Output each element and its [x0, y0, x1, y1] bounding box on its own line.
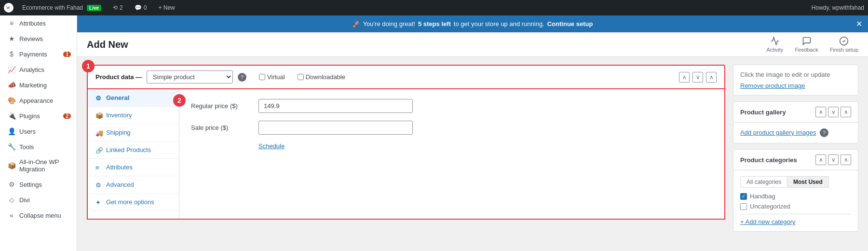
gallery-toggle-button[interactable]: ∧ [841, 107, 851, 117]
product-type-select[interactable]: Simple product Variable product Grouped … [147, 70, 233, 84]
uncategorized-checkbox[interactable] [740, 203, 747, 210]
marketing-icon: 📣 [8, 81, 15, 89]
sub-nav-shipping[interactable]: 🚚 Shipping [88, 124, 179, 141]
activity-icon [770, 36, 780, 46]
downloadable-checkbox[interactable] [298, 74, 304, 80]
right-sidebar: Click the image to edit or update Remove… [733, 65, 858, 237]
toggle-button[interactable]: ∧ [706, 72, 717, 83]
comments-button[interactable]: 💬 0 [132, 0, 150, 15]
revisions-button[interactable]: ⟲ 2 [110, 0, 126, 15]
sub-nav-general[interactable]: ⚙ General [88, 89, 179, 107]
sidebar-item-reviews[interactable]: ★ Reviews [0, 31, 77, 46]
live-badge: Live [87, 5, 101, 11]
product-image-panel: Click the image to edit or update Remove… [733, 65, 858, 96]
product-gallery-body: Add product gallery images ? [733, 123, 858, 143]
product-data-header: 1 Product data — Simple product Variable… [87, 65, 725, 89]
sub-nav-get-more[interactable]: ✦ Get more options [88, 194, 179, 211]
step-badge-1: 1 [82, 60, 95, 72]
virtual-checkbox-label[interactable]: Virtual [259, 73, 285, 81]
collapse-up-button[interactable]: ∧ [679, 72, 690, 83]
inventory-icon: 📦 [95, 112, 102, 119]
remove-product-image-link[interactable]: Remove product image [740, 82, 805, 89]
sub-nav-inventory[interactable]: 📦 Inventory [88, 107, 179, 124]
sub-nav-advanced[interactable]: ⚙ Advanced [88, 176, 179, 194]
page-topbar: Add New Activity Feedback Finish setup [77, 32, 868, 57]
gallery-header-actions: ∧ ∨ ∧ [815, 107, 851, 117]
regular-price-input[interactable] [258, 99, 413, 113]
sidebar-item-collapse[interactable]: « Collapse menu [0, 208, 77, 223]
categories-header-actions: ∧ ∨ ∧ [815, 154, 851, 165]
main-content: 🚀 You're doing great! 5 steps left to ge… [77, 15, 868, 251]
sidebar-item-analytics[interactable]: 📈 Analytics [0, 62, 77, 77]
sidebar-item-divi[interactable]: ◇ Divi [0, 192, 77, 208]
sidebar-item-settings[interactable]: ⚙ Settings [0, 177, 77, 192]
sidebar-item-tools[interactable]: 🔧 Tools [0, 139, 77, 154]
sidebar-item-appearance[interactable]: 🎨 Appearance [0, 93, 77, 108]
sidebar-item-users[interactable]: 👤 Users [0, 124, 77, 139]
wp-logo[interactable]: W [4, 3, 14, 13]
schedule-link[interactable]: Schedule [258, 142, 285, 150]
all-in-one-icon: 📦 [8, 162, 15, 169]
svg-text:W: W [6, 6, 10, 10]
sidebar-item-plugins[interactable]: 🔌 Plugins 2 [0, 108, 77, 124]
schedule-row: Schedule [191, 142, 713, 150]
downloadable-checkbox-label[interactable]: Downloadable [298, 73, 345, 81]
gallery-help-icon[interactable]: ? [820, 128, 828, 137]
activity-button[interactable]: Activity [767, 36, 784, 53]
gallery-down-button[interactable]: ∨ [828, 107, 839, 117]
help-icon[interactable]: ? [238, 73, 246, 82]
divi-icon: ◇ [8, 196, 15, 204]
categories-up-button[interactable]: ∧ [815, 154, 826, 165]
feedback-icon [802, 36, 812, 46]
product-sub-nav: ⚙ General 📦 Inventory 🚚 Shipping 🔗 [88, 89, 179, 219]
payments-icon: $ [8, 50, 15, 58]
users-icon: 👤 [8, 127, 15, 135]
all-categories-tab[interactable]: All categories [740, 176, 787, 188]
analytics-icon: 📈 [8, 66, 15, 73]
sidebar-item-all-in-one[interactable]: 📦 All-in-One WP Migration [0, 154, 77, 177]
continue-setup-link[interactable]: Continue setup [547, 20, 593, 28]
advanced-icon: ⚙ [95, 181, 102, 188]
categories-divider [740, 214, 851, 214]
categories-toggle-button[interactable]: ∧ [841, 154, 851, 165]
collapse-icon: « [8, 211, 15, 219]
new-button[interactable]: + New [155, 0, 177, 15]
appearance-icon: 🎨 [8, 97, 15, 104]
add-new-category-link[interactable]: + Add new category [740, 218, 796, 225]
sidebar: ≡ Attributes ★ Reviews $ Payments 1 📈 An… [0, 15, 77, 251]
product-categories-panel: Product categories ∧ ∨ ∧ All categories … [733, 149, 858, 232]
plugins-badge: 2 [63, 113, 71, 119]
attributes-icon: ≡ [8, 19, 15, 27]
categories-down-button[interactable]: ∨ [828, 154, 839, 165]
sub-nav-linked-products[interactable]: 🔗 Linked Products [88, 141, 179, 159]
site-name[interactable]: Ecommerce with Fahad Live [19, 0, 104, 15]
product-image-body: Click the image to edit or update Remove… [733, 65, 858, 95]
category-handbag: ✓ Handbag [740, 193, 851, 200]
sale-price-input[interactable] [258, 121, 413, 135]
most-used-tab[interactable]: Most Used [787, 176, 829, 188]
regular-price-label: Regular price ($) [191, 102, 258, 110]
general-panel: 2 Regular price ($) Sale price ($) Sched… [179, 89, 724, 219]
handbag-checkbox[interactable]: ✓ [740, 193, 747, 200]
product-data-body: ⚙ General 📦 Inventory 🚚 Shipping 🔗 [87, 89, 725, 220]
product-gallery-header: Product gallery ∧ ∨ ∧ [733, 102, 858, 123]
banner-close-button[interactable]: ✕ [856, 19, 862, 28]
product-data-section: 1 Product data — Simple product Variable… [87, 65, 725, 237]
setup-banner: 🚀 You're doing great! 5 steps left to ge… [77, 15, 868, 32]
finish-setup-button[interactable]: Finish setup [830, 36, 858, 53]
product-gallery-panel: Product gallery ∧ ∨ ∧ Add product galler… [733, 101, 858, 143]
sub-nav-attributes[interactable]: ≡ Attributes [88, 159, 179, 176]
gallery-up-button[interactable]: ∧ [815, 107, 826, 117]
product-categories-body: All categories Most Used ✓ Handbag Uncat… [733, 170, 858, 231]
sidebar-item-marketing[interactable]: 📣 Marketing [0, 77, 77, 93]
sidebar-item-payments[interactable]: $ Payments 1 [0, 46, 77, 62]
collapse-down-button[interactable]: ∨ [692, 72, 703, 83]
sale-price-row: Sale price ($) [191, 121, 713, 135]
virtual-checkbox[interactable] [259, 74, 265, 80]
feedback-button[interactable]: Feedback [795, 36, 818, 53]
sidebar-item-attributes[interactable]: ≡ Attributes [0, 15, 77, 31]
add-gallery-images-link[interactable]: Add product gallery images [740, 129, 816, 136]
user-greeting: Howdy, wpwithfahad [812, 4, 864, 11]
admin-bar: W Ecommerce with Fahad Live ⟲ 2 💬 0 + Ne… [0, 0, 868, 15]
header-arrow-controls: ∧ ∨ ∧ [679, 72, 717, 83]
